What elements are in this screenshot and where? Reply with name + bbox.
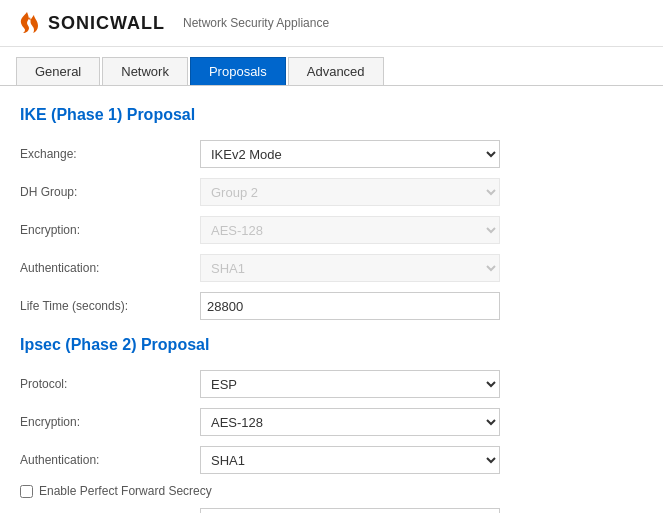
phase1-auth-row: Authentication: MD5 SHA1 SHA256 SHA384 S… — [20, 254, 643, 282]
phase1-encryption-select: DES 3DES AES-128 AES-192 AES-256 — [200, 216, 500, 244]
tab-proposals[interactable]: Proposals — [190, 57, 286, 85]
header: SONICWALL Network Security Appliance — [0, 0, 663, 47]
tab-general[interactable]: General — [16, 57, 100, 85]
phase1-exchange-select[interactable]: IKEv1 Main Mode IKEv1 Aggressive Mode IK… — [200, 140, 500, 168]
phase2-auth-control: MD5 SHA1 SHA256 SHA384 SHA512 — [200, 446, 500, 474]
phase1-encryption-label: Encryption: — [20, 223, 200, 237]
phase2-lifetime-row: Life Time (seconds): 28800 — [20, 508, 643, 513]
tab-network[interactable]: Network — [102, 57, 188, 85]
main-content: IKE (Phase 1) Proposal Exchange: IKEv1 M… — [0, 86, 663, 513]
phase1-exchange-label: Exchange: — [20, 147, 200, 161]
phase2-title: Ipsec (Phase 2) Proposal — [20, 336, 643, 354]
phase1-title: IKE (Phase 1) Proposal — [20, 106, 643, 124]
phase1-dhgroup-select: Group 1 Group 2 Group 5 Group 14 — [200, 178, 500, 206]
phase1-auth-control: MD5 SHA1 SHA256 SHA384 SHA512 — [200, 254, 500, 282]
phase2-encryption-control: DES 3DES AES-128 AES-192 AES-256 — [200, 408, 500, 436]
phase2-lifetime-input[interactable]: 28800 — [200, 508, 500, 513]
tabs-bar: General Network Proposals Advanced — [0, 47, 663, 86]
tab-advanced[interactable]: Advanced — [288, 57, 384, 85]
phase2-protocol-select[interactable]: ESP AH — [200, 370, 500, 398]
phase1-lifetime-control: 28800 — [200, 292, 500, 320]
phase2-protocol-control: ESP AH — [200, 370, 500, 398]
phase1-auth-label: Authentication: — [20, 261, 200, 275]
phase2-encryption-label: Encryption: — [20, 415, 200, 429]
logo-area: SONICWALL Network Security Appliance — [16, 10, 329, 36]
phase1-encryption-control: DES 3DES AES-128 AES-192 AES-256 — [200, 216, 500, 244]
phase1-lifetime-label: Life Time (seconds): — [20, 299, 200, 313]
phase2-pfs-label: Enable Perfect Forward Secrecy — [39, 484, 212, 498]
phase2-auth-label: Authentication: — [20, 453, 200, 467]
logo-text: SONICWALL — [48, 13, 165, 34]
phase2-protocol-row: Protocol: ESP AH — [20, 370, 643, 398]
phase2-auth-row: Authentication: MD5 SHA1 SHA256 SHA384 S… — [20, 446, 643, 474]
phase2-auth-select[interactable]: MD5 SHA1 SHA256 SHA384 SHA512 — [200, 446, 500, 474]
phase1-lifetime-row: Life Time (seconds): 28800 — [20, 292, 643, 320]
phase2-lifetime-control: 28800 — [200, 508, 500, 513]
phase1-exchange-control: IKEv1 Main Mode IKEv1 Aggressive Mode IK… — [200, 140, 500, 168]
phase1-lifetime-input[interactable]: 28800 — [200, 292, 500, 320]
phase1-encryption-row: Encryption: DES 3DES AES-128 AES-192 AES… — [20, 216, 643, 244]
phase1-dhgroup-control: Group 1 Group 2 Group 5 Group 14 — [200, 178, 500, 206]
phase2-pfs-row: Enable Perfect Forward Secrecy — [20, 484, 643, 498]
phase2-encryption-row: Encryption: DES 3DES AES-128 AES-192 AES… — [20, 408, 643, 436]
phase1-exchange-row: Exchange: IKEv1 Main Mode IKEv1 Aggressi… — [20, 140, 643, 168]
phase2-protocol-label: Protocol: — [20, 377, 200, 391]
phase1-dhgroup-label: DH Group: — [20, 185, 200, 199]
header-subtitle: Network Security Appliance — [183, 16, 329, 30]
phase1-dhgroup-row: DH Group: Group 1 Group 2 Group 5 Group … — [20, 178, 643, 206]
phase1-auth-select: MD5 SHA1 SHA256 SHA384 SHA512 — [200, 254, 500, 282]
sonicwall-flame-icon — [16, 10, 38, 36]
phase2-pfs-checkbox[interactable] — [20, 485, 33, 498]
phase2-encryption-select[interactable]: DES 3DES AES-128 AES-192 AES-256 — [200, 408, 500, 436]
